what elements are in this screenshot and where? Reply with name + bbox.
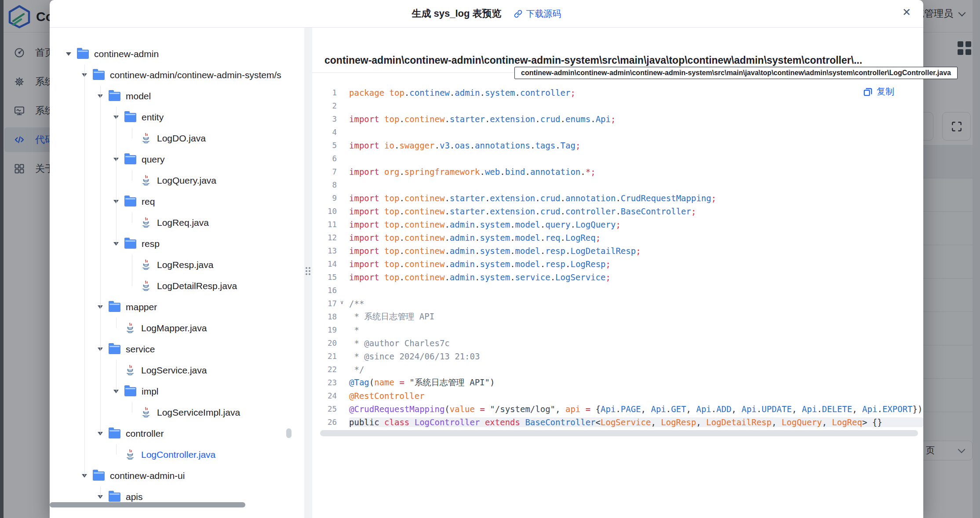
tree-file-row[interactable]: LogQuery.java [50, 170, 304, 191]
folder-icon [124, 197, 136, 206]
line-number: 1 [320, 88, 337, 97]
code-line: 21 * @since 2024/06/13 21:03 [320, 350, 923, 363]
tree-folder-row[interactable]: impl [50, 381, 304, 402]
code-line: 6 [320, 152, 923, 165]
code-line: 17∨/** [320, 297, 923, 310]
tree-folder-row[interactable]: controller [50, 423, 304, 444]
tree-guide-line [132, 128, 132, 138]
code-line: 13import top.continew.admin.system.model… [320, 244, 923, 257]
code-view: 1package top.continew.admin.system.contr… [312, 73, 923, 429]
tree-item-label: service [126, 344, 155, 355]
tree-item-label: LogResp.java [157, 260, 213, 270]
java-file-icon [141, 280, 151, 292]
close-icon[interactable]: ✕ [902, 7, 911, 18]
tree-guide-line [132, 212, 132, 223]
tree-item-label: LogService.java [141, 365, 207, 376]
tree-file-row[interactable]: LogController.java [50, 444, 304, 465]
tree-item-label: LogDO.java [157, 133, 206, 144]
copy-button[interactable]: 复制 [863, 86, 894, 98]
line-number: 24 [320, 391, 337, 400]
folder-icon [109, 303, 120, 312]
line-number: 21 [320, 352, 337, 361]
tree-item-label: mapper [126, 302, 157, 312]
folder-icon [109, 429, 120, 438]
tree-folder-row[interactable]: req [50, 191, 304, 212]
tree-vertical-scrollbar[interactable] [286, 428, 291, 438]
tree-file-row[interactable]: LogService.java [50, 360, 304, 381]
copy-label: 复制 [877, 86, 894, 98]
line-number: 3 [320, 115, 337, 123]
chevron-down-icon[interactable] [64, 52, 73, 56]
tree-item-label: LogController.java [141, 449, 215, 460]
java-file-icon [141, 259, 151, 271]
tree-item-label: LogDetailResp.java [157, 281, 237, 291]
line-number: 8 [320, 181, 337, 189]
tree-item-label: query [142, 154, 165, 165]
code-line: 15import top.continew.admin.system.servi… [320, 271, 923, 284]
download-source-label: 下载源码 [526, 8, 561, 20]
java-file-icon [141, 175, 151, 186]
fold-chevron-icon[interactable]: ∨ [340, 299, 343, 305]
tree-guide-line [84, 65, 85, 476]
folder-icon [93, 71, 105, 80]
tree-folder-row[interactable]: continew-admin-ui [50, 465, 304, 486]
tree-file-row[interactable]: LogMapper.java [50, 318, 304, 339]
line-number: 10 [320, 207, 337, 216]
java-file-icon [141, 407, 151, 418]
code-line: 20 * @author Charles7c [320, 337, 923, 350]
tree-file-row[interactable]: LogReq.java [50, 212, 304, 233]
line-number: 19 [320, 326, 337, 334]
java-file-icon [125, 322, 135, 334]
line-number: 9 [320, 194, 337, 203]
tree-folder-row[interactable]: mapper [50, 297, 304, 318]
tree-file-row[interactable]: LogDO.java [50, 128, 304, 149]
download-source-link[interactable]: 下载源码 [514, 8, 561, 20]
tree-item-label: LogReq.java [157, 217, 209, 228]
code-line: 22 */ [320, 363, 923, 376]
code-line: 26public class LogController extends Bas… [320, 416, 923, 429]
file-path-bar: continew-admin\continew-admin\continew-a… [312, 28, 923, 73]
folder-icon [93, 471, 105, 481]
file-tree: continew-admincontinew-admin/continew-ad… [50, 28, 304, 518]
tree-folder-row[interactable]: resp [50, 233, 304, 254]
tree-folder-row[interactable]: continew-admin [50, 43, 304, 65]
folder-icon [109, 92, 120, 101]
tree-guide-line [100, 86, 101, 434]
java-file-icon [125, 449, 135, 460]
line-number: 11 [320, 220, 337, 229]
code-line: 5import io.swagger.v3.oas.annotations.ta… [320, 139, 923, 152]
tree-guide-line [100, 486, 101, 497]
tree-folder-row[interactable]: model [50, 86, 304, 107]
tree-item-label: entity [142, 112, 164, 123]
tree-guide-line [132, 402, 132, 413]
folder-icon [124, 155, 136, 164]
pane-splitter[interactable] [304, 28, 312, 518]
tree-file-row[interactable]: LogDetailResp.java [50, 275, 304, 297]
java-file-icon [141, 217, 151, 228]
line-number: 20 [320, 339, 337, 348]
tree-folder-row[interactable]: continew-admin/continew-admin-system/s [50, 65, 304, 86]
line-number: 22 [320, 365, 337, 374]
line-number: 15 [320, 273, 337, 282]
tree-file-row[interactable]: LogServiceImpl.java [50, 402, 304, 423]
code-line: 2 [320, 99, 923, 112]
tree-item-label: continew-admin/continew-admin-system/s [110, 70, 281, 80]
code-line: 14import top.continew.admin.system.model… [320, 257, 923, 271]
drag-handle-icon [306, 267, 310, 275]
folder-icon [124, 387, 136, 396]
tree-folder-row[interactable]: query [50, 149, 304, 170]
tree-item-label: continew-admin-ui [110, 471, 185, 481]
tree-folder-row[interactable]: service [50, 339, 304, 360]
tree-guide-line [132, 170, 132, 181]
tree-file-row[interactable]: LogResp.java [50, 254, 304, 275]
tree-guide-line [116, 107, 117, 244]
tree-folder-row[interactable]: entity [50, 107, 304, 128]
modal-body: continew-admincontinew-admin/continew-ad… [50, 28, 923, 518]
code-horizontal-scrollbar[interactable] [320, 430, 918, 436]
tree-guide-line [132, 254, 132, 286]
tree-horizontal-scrollbar[interactable] [50, 502, 245, 507]
folder-icon [77, 50, 89, 59]
folder-icon [124, 239, 136, 249]
line-number: 14 [320, 260, 337, 268]
code-line: 1package top.continew.admin.system.contr… [320, 86, 923, 99]
